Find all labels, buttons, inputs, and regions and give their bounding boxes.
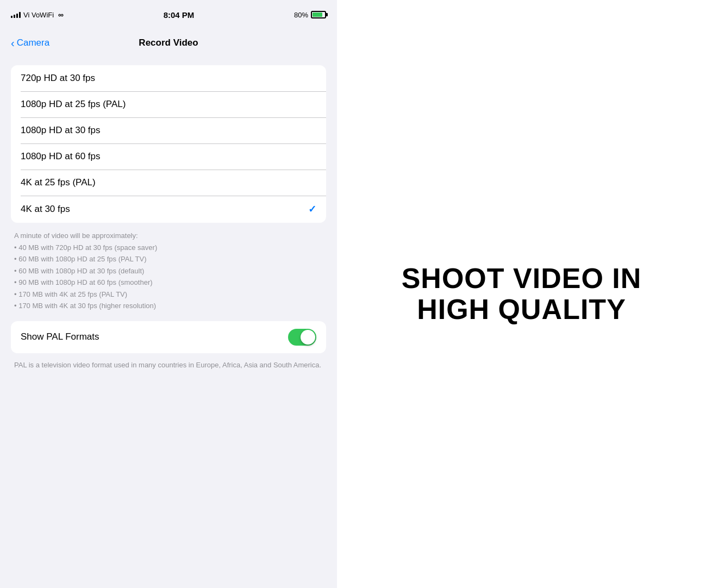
signal-bars-icon: [11, 11, 21, 18]
pal-description: PAL is a television video format used in…: [11, 359, 326, 381]
info-bullet-4: • 170 MB with 4K at 25 fps (PAL TV): [14, 289, 323, 300]
pal-toggle-card: Show PAL Formats: [11, 321, 326, 353]
info-bullet-3: • 90 MB with 1080p HD at 60 fps (smoothe…: [14, 277, 323, 288]
option-row-4[interactable]: 4K at 25 fps (PAL): [11, 170, 326, 196]
carrier-label: Vi VoWiFi: [23, 11, 54, 19]
toggle-knob: [301, 330, 315, 345]
pal-toggle-switch[interactable]: [288, 329, 316, 346]
battery-body: [311, 11, 326, 18]
chevron-left-icon: ‹: [11, 37, 15, 48]
option-row-3[interactable]: 1080p HD at 60 fps: [11, 143, 326, 170]
status-right: 80%: [294, 11, 326, 19]
promo-title: SHOOT VIDEO IN HIGH QUALITY: [386, 263, 658, 325]
back-button[interactable]: ‹ Camera: [11, 37, 49, 48]
option-label-5: 4K at 30 fps: [21, 204, 70, 215]
wifi-icon: ∞: [58, 10, 64, 19]
option-row-0[interactable]: 720p HD at 30 fps: [11, 65, 326, 91]
option-label-2: 1080p HD at 30 fps: [21, 125, 100, 136]
option-label-0: 720p HD at 30 fps: [21, 73, 95, 84]
signal-bar-1: [11, 16, 13, 18]
option-label-1: 1080p HD at 25 fps (PAL): [21, 99, 126, 110]
back-label: Camera: [17, 37, 49, 48]
selected-checkmark: ✓: [308, 203, 316, 215]
status-time: 8:04 PM: [164, 10, 195, 20]
info-bullet-1: • 60 MB with 1080p HD at 25 fps (PAL TV): [14, 254, 323, 265]
battery-icon: [311, 11, 326, 18]
content-area: 720p HD at 30 fps 1080p HD at 25 fps (PA…: [0, 57, 337, 588]
signal-bar-3: [16, 14, 18, 18]
right-panel: SHOOT VIDEO IN HIGH QUALITY: [337, 0, 706, 588]
signal-bar-2: [14, 15, 15, 18]
phone-panel: Vi VoWiFi ∞ 8:04 PM 80% ‹ Camera Record …: [0, 0, 337, 588]
nav-bar: ‹ Camera Record Video: [0, 29, 337, 57]
page-title: Record Video: [139, 37, 198, 48]
pal-toggle-row: Show PAL Formats: [11, 321, 326, 353]
status-bar: Vi VoWiFi ∞ 8:04 PM 80%: [0, 0, 337, 29]
status-left: Vi VoWiFi ∞: [11, 10, 64, 19]
info-bullet-2: • 60 MB with 1080p HD at 30 fps (default…: [14, 266, 323, 277]
pal-toggle-label: Show PAL Formats: [21, 331, 99, 342]
battery-percent-label: 80%: [294, 11, 308, 19]
info-intro: A minute of video will be approximately:: [14, 230, 323, 241]
option-row-5[interactable]: 4K at 30 fps ✓: [11, 196, 326, 223]
info-text-block: A minute of video will be approximately:…: [11, 229, 326, 321]
option-row-2[interactable]: 1080p HD at 30 fps: [11, 117, 326, 143]
option-row-1[interactable]: 1080p HD at 25 fps (PAL): [11, 91, 326, 117]
battery-fill: [313, 12, 322, 17]
video-options-card: 720p HD at 30 fps 1080p HD at 25 fps (PA…: [11, 65, 326, 223]
option-label-4: 4K at 25 fps (PAL): [21, 177, 96, 188]
option-label-3: 1080p HD at 60 fps: [21, 151, 100, 162]
signal-bar-4: [19, 12, 21, 18]
info-bullet-5: • 170 MB with 4K at 30 fps (higher resol…: [14, 301, 323, 311]
info-bullet-0: • 40 MB with 720p HD at 30 fps (space sa…: [14, 242, 323, 253]
